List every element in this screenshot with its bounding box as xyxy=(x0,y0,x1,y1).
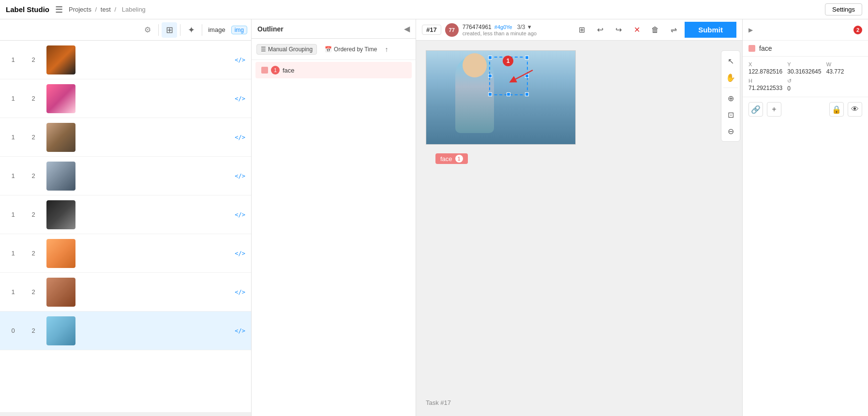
left-scrollbar[interactable] xyxy=(0,412,251,416)
task-thumbnail xyxy=(46,200,75,229)
face-label-badge: face 1 xyxy=(435,153,468,164)
coord-y: Y 30.31632645 xyxy=(787,61,823,75)
task-row[interactable]: 1 2 </> xyxy=(0,157,251,195)
task-row-active[interactable]: 0 2 </> xyxy=(0,312,251,350)
settings-button[interactable]: Settings xyxy=(825,3,862,15)
left-panel: ⚙ ⊞ ✦ image img 1 2 </> 1 2 xyxy=(0,19,252,416)
task-code: </> xyxy=(235,134,245,141)
task-col-num2: 2 xyxy=(26,288,41,296)
task-col-num2: 2 xyxy=(26,95,41,102)
coord-x: X 122.8782516 xyxy=(748,61,784,75)
image-label: image xyxy=(205,25,228,34)
task-col-num2: 2 xyxy=(26,134,41,141)
canvas-image[interactable]: 1 xyxy=(426,50,576,145)
face-item-icon xyxy=(261,67,268,74)
outliner-toolbar: ☰ Manual Grouping 📅 Ordered by Time ↑ xyxy=(252,39,416,60)
gear-button[interactable]: ⚙ xyxy=(140,22,155,38)
outliner-face-item[interactable]: 1 face xyxy=(255,62,412,78)
rp-label-row: face xyxy=(743,41,868,57)
link-action-button[interactable]: 🔗 xyxy=(748,102,763,117)
img-badge[interactable]: img xyxy=(231,26,247,34)
task-row[interactable]: 1 2 </> xyxy=(0,273,251,312)
coord-rot-value: 0 xyxy=(787,85,823,92)
canvas-area: #17 77 776474961 #4g0Ye 3/3 ▾ created, l… xyxy=(416,19,742,416)
outliner-collapse-button[interactable]: ◀ xyxy=(404,24,410,33)
task-code: </> xyxy=(235,327,245,334)
task-id-badge: #17 xyxy=(422,25,441,35)
submit-button[interactable]: Submit xyxy=(685,22,736,38)
page-dropdown-button[interactable]: ▾ xyxy=(528,23,531,30)
task-row[interactable]: 1 2 </> xyxy=(0,195,251,234)
plus-tool-button[interactable]: ✦ xyxy=(183,22,199,38)
task-thumbnail xyxy=(46,239,75,268)
selection-handle-tl[interactable] xyxy=(488,56,492,59)
coord-w-label: W xyxy=(826,61,862,67)
task-code: </> xyxy=(235,173,245,179)
user-info-block: 776474961 #4g0Ye 3/3 ▾ created, less tha… xyxy=(463,23,537,36)
coord-rot: ↺ 0 xyxy=(787,78,823,92)
coord-h: H 71.29212533 xyxy=(748,78,784,92)
selection-handle-br[interactable] xyxy=(525,92,529,96)
user-avatar: 77 xyxy=(445,23,459,37)
app-logo: Label Studio xyxy=(6,5,49,14)
task-row[interactable]: 1 2 </> xyxy=(0,79,251,118)
task-label: Task #17 xyxy=(426,399,451,406)
right-panel-header: ▶ 2 xyxy=(743,19,868,41)
task-code: </> xyxy=(235,57,245,63)
undo-button[interactable]: ↩ xyxy=(593,23,607,37)
breadcrumb: Projects / test / Labeling xyxy=(69,6,148,13)
right-panel: ▶ 2 face X 122.8782516 Y 30.31632645 W 4… xyxy=(742,19,868,416)
task-row[interactable]: 1 2 </> xyxy=(0,41,251,79)
main-layout: ⚙ ⊞ ✦ image img 1 2 </> 1 2 xyxy=(0,19,868,416)
eye-action-button[interactable]: 👁 xyxy=(848,102,862,117)
rp-label-icon xyxy=(748,45,755,52)
task-col-num2: 2 xyxy=(26,250,41,257)
grid-view-button[interactable]: ⊞ xyxy=(574,23,589,37)
selection-handle-lm[interactable] xyxy=(488,74,492,78)
swap-button[interactable]: ⇌ xyxy=(666,23,681,37)
task-col-num: 1 xyxy=(6,56,20,63)
ordered-by-time-button[interactable]: 📅 Ordered by Time xyxy=(321,45,381,54)
menu-icon[interactable]: ☰ xyxy=(55,4,63,15)
close-annotation-button[interactable]: ✕ xyxy=(629,23,644,37)
right-panel-collapse-button[interactable]: ▶ xyxy=(748,27,753,33)
toolbar-separator-3 xyxy=(202,24,202,36)
task-col-num2: 2 xyxy=(26,327,41,334)
task-code: </> xyxy=(235,289,245,296)
coord-y-label: Y xyxy=(787,61,823,67)
fit-button[interactable]: ⊡ xyxy=(723,107,738,122)
zoom-in-button[interactable]: ⊕ xyxy=(723,91,738,105)
task-col-num: 1 xyxy=(6,134,20,141)
hand-tool-button[interactable]: ✋ xyxy=(723,70,738,85)
selection-handle-tr[interactable] xyxy=(525,56,529,59)
selection-handle-rm[interactable] xyxy=(525,74,529,78)
selection-handle-bl[interactable] xyxy=(488,92,492,96)
task-row[interactable]: 1 2 </> xyxy=(0,118,251,157)
toolbar-separator xyxy=(158,24,159,36)
user-created-info: created, less than a minute ago xyxy=(463,30,537,36)
task-thumbnail xyxy=(46,162,75,191)
redo-button[interactable]: ↪ xyxy=(611,23,626,37)
delete-annotation-button[interactable]: 🗑 xyxy=(648,23,662,37)
page-indicator: 3/3 xyxy=(517,24,525,30)
lock-action-button[interactable]: 🔒 xyxy=(829,102,844,117)
tools-separator xyxy=(723,88,738,88)
selection-handle-bm[interactable] xyxy=(507,92,510,96)
breadcrumb-test[interactable]: test xyxy=(101,6,111,13)
manual-grouping-button[interactable]: ☰ Manual Grouping xyxy=(256,44,317,55)
outliner-header: Outliner ◀ xyxy=(252,19,416,39)
breadcrumb-projects[interactable]: Projects xyxy=(69,6,91,13)
canvas-right-tools: ↖ ✋ ⊕ ⊡ ⊖ xyxy=(721,50,740,142)
zoom-out-button[interactable]: ⊖ xyxy=(723,124,738,138)
task-row[interactable]: 1 2 </> xyxy=(0,234,251,273)
sort-asc-button[interactable]: ↑ xyxy=(385,45,388,53)
task-col-num2: 2 xyxy=(26,211,41,218)
task-thumbnail xyxy=(46,45,75,74)
grid-tool-button[interactable]: ⊞ xyxy=(162,22,177,38)
cursor-tool-button[interactable]: ↖ xyxy=(723,54,738,68)
add-action-button[interactable]: + xyxy=(767,102,781,117)
coord-x-value: 122.8782516 xyxy=(748,68,784,75)
calendar-icon: 📅 xyxy=(325,46,332,53)
canvas-content[interactable]: 1 face 1 xyxy=(416,41,742,416)
task-thumbnail-active xyxy=(46,316,75,345)
